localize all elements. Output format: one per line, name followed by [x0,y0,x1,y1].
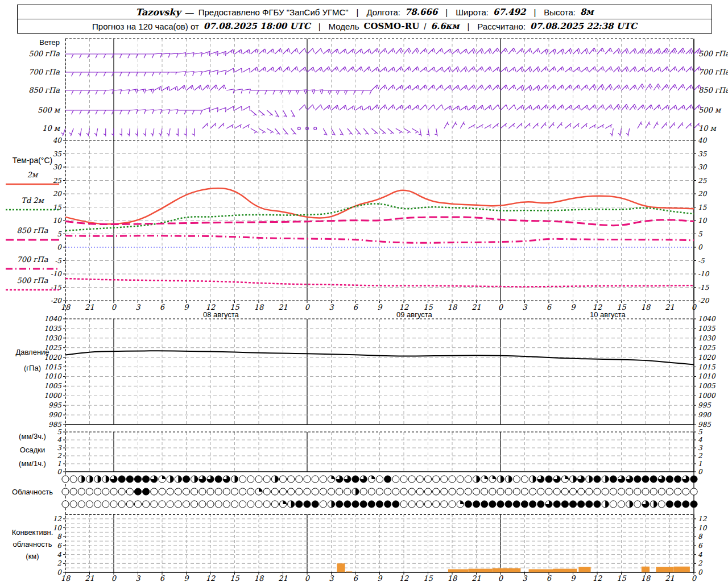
hour-label-bottom: 0 [305,574,311,582]
cloud-symbol-fraction [565,476,568,479]
cloud-symbol [408,488,415,495]
cloud-symbol [424,488,431,495]
wind-barb-row-2 [65,84,701,95]
cloud-symbol [336,488,343,495]
cloud-symbol [400,476,407,483]
y-tick-label-left: 2 [57,559,62,567]
y-tick-label-left: 1040 [44,315,62,323]
cloud-symbol [594,488,601,495]
cloud-symbol [70,501,77,508]
cloud-symbol [433,488,440,495]
cloud-panel-title: Облачность [12,488,53,496]
hour-label-mid: 18 [641,303,651,311]
cloud-symbol [513,488,520,495]
cloud-symbol [134,488,141,495]
cloud-symbol [167,488,173,495]
cloud-symbol [296,476,303,483]
cloud-symbol [320,488,326,495]
date-label: 09 августа [396,310,433,319]
cloud-symbol [263,501,270,508]
wind-barbs [61,48,701,136]
wind-level-label-right: 10 м [698,124,717,132]
cloud-symbol [530,501,536,508]
cloud-symbol [521,501,528,508]
convective-panel-title1: Конвективн. [12,528,53,537]
cloud-symbol [360,488,367,495]
hour-label-mid: 18 [254,303,264,311]
cloud-symbol [344,488,351,495]
wind-barb-row-1 [65,66,701,76]
hour-label-bottom: 9 [570,574,576,582]
hour-label-bottom: 6 [160,574,166,582]
y-tick-label-left: 12 [53,515,63,523]
cloud-symbol [271,488,278,495]
y-tick-label-right: 1040 [698,315,716,323]
cloud-symbol [70,488,77,495]
cloud-symbol [497,501,504,508]
cloud-symbol [86,488,93,495]
cloud-symbol [675,501,681,508]
convective-panel-units: (км) [26,552,39,560]
y-tick-label-left: 10 [53,217,63,225]
cloud-cover-symbols [62,476,697,508]
cloud-symbol [513,501,520,508]
legend-label-t850: 850 гПа [17,226,48,235]
cloud-symbol [553,488,560,495]
cloud-symbol [143,501,150,508]
cloud-symbol [143,488,150,495]
convective-bar [529,569,553,573]
cloud-symbol [304,501,311,508]
y-tick-label-left: 4 [57,551,61,559]
cloud-symbol [239,501,246,508]
wind-level-label-left: 850 гПа [28,86,60,94]
cloud-symbol [376,501,383,508]
cloud-symbol [578,488,585,495]
wind-level-label-right: 500 м [698,106,722,114]
cloud-symbol [449,501,456,508]
y-tick-label-right: -10 [698,270,710,278]
y-tick-label-left: 1000 [44,392,62,400]
y-tick-label-right: 6 [698,542,703,550]
cloud-symbol [658,488,665,495]
hour-label-bottom: 6 [547,574,552,582]
wind-level-label-left: 10 м [42,124,61,132]
hour-label-mid: 6 [160,303,166,311]
y-tick-label-left: 30 [53,163,63,171]
convective-bar [642,567,650,572]
hour-label-bottom: 3 [135,574,141,582]
cloud-symbol [247,476,254,483]
cloud-symbol [223,501,230,508]
hour-label-mid: 3 [329,303,334,311]
y-tick-label-right: 8 [698,533,703,541]
cloud-symbol [561,501,568,508]
y-tick-label-right: 35 [698,150,708,158]
hour-label-bottom: 0 [111,574,117,582]
legend-label-t500: 500 гПа [17,276,48,285]
pressure-panel-units: (гПа) [24,364,41,372]
cloud-symbol [102,488,109,495]
date-label: 08 августа [203,310,239,319]
y-tick-label-left: -15 [51,284,63,292]
cloud-symbol [658,501,665,508]
cloud-symbol [408,501,415,508]
precip-panel-title: Осадки [20,446,45,454]
y-tick-label-right: 4 [698,551,702,559]
cloud-symbol-fraction [500,476,504,483]
cloud-symbol [279,488,286,495]
hour-label-mid: 9 [184,303,189,311]
cloud-symbol [126,488,133,495]
cloud-symbol [545,488,552,495]
cloud-symbol-fraction [589,476,593,483]
cloud-symbol [255,501,262,508]
cloud-symbol [465,501,471,508]
cloud-symbol [675,476,681,483]
cloud-symbol [255,476,262,483]
cloud-symbol [352,476,359,483]
cloud-symbol-fraction [605,501,609,508]
y-tick-label-right: 1015 [698,363,716,371]
cloud-symbol [392,476,399,483]
hour-label-mid: 21 [665,303,675,311]
cloud-symbol [650,476,657,483]
y-tick-label-right: 2 [698,452,703,460]
y-tick-label-left: 995 [48,401,62,409]
